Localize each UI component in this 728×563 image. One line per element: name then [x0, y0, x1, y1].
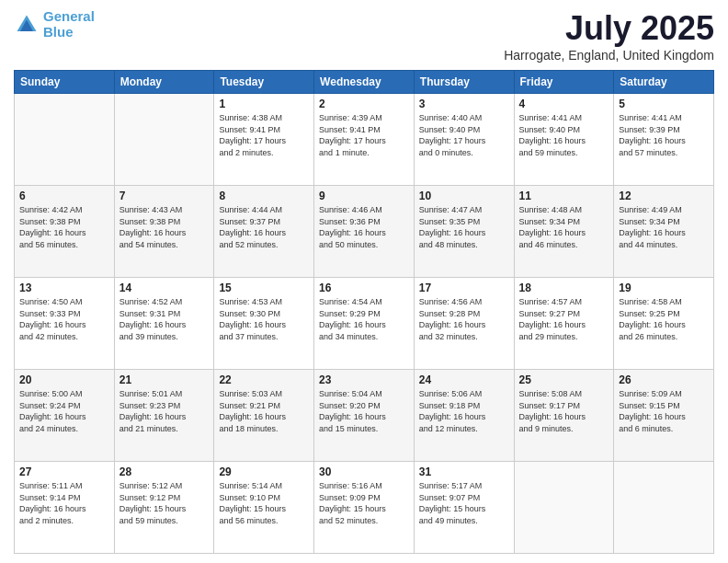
day-number: 4 — [519, 98, 609, 110]
page: General Blue July 2025 Harrogate, Englan… — [0, 0, 728, 563]
day-info: Sunrise: 4:56 AM Sunset: 9:28 PM Dayligh… — [419, 296, 509, 342]
col-header-sunday: Sunday — [15, 71, 115, 94]
day-number: 26 — [619, 373, 709, 386]
day-cell: 30Sunrise: 5:16 AM Sunset: 9:09 PM Dayli… — [314, 462, 415, 554]
day-number: 20 — [19, 373, 109, 386]
day-info: Sunrise: 4:52 AM Sunset: 9:31 PM Dayligh… — [119, 296, 210, 342]
title-block: July 2025 Harrogate, England, United Kin… — [504, 9, 714, 63]
main-title: July 2025 — [504, 9, 714, 48]
day-cell: 27Sunrise: 5:11 AM Sunset: 9:14 PM Dayli… — [15, 462, 115, 554]
day-number: 9 — [319, 190, 409, 202]
day-number: 5 — [619, 98, 709, 110]
day-number: 25 — [519, 373, 609, 386]
day-info: Sunrise: 4:46 AM Sunset: 9:36 PM Dayligh… — [319, 204, 409, 250]
day-info: Sunrise: 5:08 AM Sunset: 9:17 PM Dayligh… — [519, 388, 609, 434]
logo: General Blue — [14, 9, 95, 40]
day-info: Sunrise: 4:42 AM Sunset: 9:38 PM Dayligh… — [19, 204, 109, 250]
day-cell: 26Sunrise: 5:09 AM Sunset: 9:15 PM Dayli… — [614, 370, 714, 462]
col-header-monday: Monday — [114, 71, 214, 94]
day-number: 8 — [219, 190, 309, 202]
day-number: 12 — [619, 190, 709, 202]
day-number: 13 — [19, 282, 109, 294]
day-cell: 21Sunrise: 5:01 AM Sunset: 9:23 PM Dayli… — [114, 370, 214, 462]
day-number: 1 — [219, 98, 309, 110]
day-number: 11 — [519, 190, 609, 202]
day-cell: 14Sunrise: 4:52 AM Sunset: 9:31 PM Dayli… — [114, 278, 214, 370]
day-info: Sunrise: 5:16 AM Sunset: 9:09 PM Dayligh… — [319, 480, 409, 526]
day-info: Sunrise: 5:17 AM Sunset: 9:07 PM Dayligh… — [419, 480, 509, 526]
subtitle: Harrogate, England, United Kingdom — [504, 48, 714, 63]
day-number: 14 — [119, 282, 210, 294]
day-cell: 18Sunrise: 4:57 AM Sunset: 9:27 PM Dayli… — [514, 278, 614, 370]
day-cell: 16Sunrise: 4:54 AM Sunset: 9:29 PM Dayli… — [314, 278, 415, 370]
day-number: 17 — [419, 282, 509, 294]
day-number: 7 — [119, 190, 210, 202]
day-cell: 22Sunrise: 5:03 AM Sunset: 9:21 PM Dayli… — [214, 370, 314, 462]
day-info: Sunrise: 4:50 AM Sunset: 9:33 PM Dayligh… — [19, 296, 109, 342]
week-row-2: 6Sunrise: 4:42 AM Sunset: 9:38 PM Daylig… — [15, 186, 714, 278]
logo-text: General Blue — [43, 9, 95, 40]
day-info: Sunrise: 5:06 AM Sunset: 9:18 PM Dayligh… — [419, 388, 509, 434]
day-number: 31 — [419, 465, 509, 478]
day-number: 23 — [319, 373, 409, 386]
day-info: Sunrise: 4:48 AM Sunset: 9:34 PM Dayligh… — [519, 204, 609, 250]
day-number: 15 — [219, 282, 309, 294]
day-number: 21 — [119, 373, 210, 386]
day-info: Sunrise: 4:38 AM Sunset: 9:41 PM Dayligh… — [219, 112, 309, 158]
day-cell: 1Sunrise: 4:38 AM Sunset: 9:41 PM Daylig… — [214, 94, 314, 186]
day-cell: 2Sunrise: 4:39 AM Sunset: 9:41 PM Daylig… — [314, 94, 415, 186]
day-number: 30 — [319, 465, 409, 478]
week-row-4: 20Sunrise: 5:00 AM Sunset: 9:24 PM Dayli… — [15, 370, 714, 462]
day-cell: 24Sunrise: 5:06 AM Sunset: 9:18 PM Dayli… — [414, 370, 514, 462]
day-info: Sunrise: 4:57 AM Sunset: 9:27 PM Dayligh… — [519, 296, 609, 342]
day-number: 19 — [619, 282, 709, 294]
header: General Blue July 2025 Harrogate, Englan… — [14, 9, 714, 63]
col-header-saturday: Saturday — [614, 71, 714, 94]
day-info: Sunrise: 4:43 AM Sunset: 9:38 PM Dayligh… — [119, 204, 210, 250]
day-cell — [514, 462, 614, 554]
day-cell: 7Sunrise: 4:43 AM Sunset: 9:38 PM Daylig… — [114, 186, 214, 278]
day-info: Sunrise: 4:53 AM Sunset: 9:30 PM Dayligh… — [219, 296, 309, 342]
day-info: Sunrise: 4:58 AM Sunset: 9:25 PM Dayligh… — [619, 296, 709, 342]
day-cell: 28Sunrise: 5:12 AM Sunset: 9:12 PM Dayli… — [114, 462, 214, 554]
day-number: 6 — [19, 190, 109, 202]
day-number: 10 — [419, 190, 509, 202]
day-cell: 5Sunrise: 4:41 AM Sunset: 9:39 PM Daylig… — [614, 94, 714, 186]
day-info: Sunrise: 5:11 AM Sunset: 9:14 PM Dayligh… — [19, 480, 109, 526]
day-info: Sunrise: 4:39 AM Sunset: 9:41 PM Dayligh… — [319, 112, 409, 158]
day-cell — [15, 94, 115, 186]
day-number: 18 — [519, 282, 609, 294]
day-number: 29 — [219, 465, 309, 478]
day-cell: 12Sunrise: 4:49 AM Sunset: 9:34 PM Dayli… — [614, 186, 714, 278]
day-cell: 9Sunrise: 4:46 AM Sunset: 9:36 PM Daylig… — [314, 186, 415, 278]
day-cell: 25Sunrise: 5:08 AM Sunset: 9:17 PM Dayli… — [514, 370, 614, 462]
day-number: 3 — [419, 98, 509, 110]
week-row-5: 27Sunrise: 5:11 AM Sunset: 9:14 PM Dayli… — [15, 462, 714, 554]
day-cell: 6Sunrise: 4:42 AM Sunset: 9:38 PM Daylig… — [15, 186, 115, 278]
day-info: Sunrise: 4:54 AM Sunset: 9:29 PM Dayligh… — [319, 296, 409, 342]
day-cell: 29Sunrise: 5:14 AM Sunset: 9:10 PM Dayli… — [214, 462, 314, 554]
day-info: Sunrise: 5:12 AM Sunset: 9:12 PM Dayligh… — [119, 480, 210, 526]
day-info: Sunrise: 4:47 AM Sunset: 9:35 PM Dayligh… — [419, 204, 509, 250]
day-cell: 11Sunrise: 4:48 AM Sunset: 9:34 PM Dayli… — [514, 186, 614, 278]
day-cell: 23Sunrise: 5:04 AM Sunset: 9:20 PM Dayli… — [314, 370, 415, 462]
day-info: Sunrise: 4:49 AM Sunset: 9:34 PM Dayligh… — [619, 204, 709, 250]
day-info: Sunrise: 5:04 AM Sunset: 9:20 PM Dayligh… — [319, 388, 409, 434]
day-number: 22 — [219, 373, 309, 386]
day-cell: 31Sunrise: 5:17 AM Sunset: 9:07 PM Dayli… — [414, 462, 514, 554]
day-number: 16 — [319, 282, 409, 294]
day-info: Sunrise: 5:00 AM Sunset: 9:24 PM Dayligh… — [19, 388, 109, 434]
day-cell — [114, 94, 214, 186]
day-cell: 15Sunrise: 4:53 AM Sunset: 9:30 PM Dayli… — [214, 278, 314, 370]
day-cell: 19Sunrise: 4:58 AM Sunset: 9:25 PM Dayli… — [614, 278, 714, 370]
week-row-3: 13Sunrise: 4:50 AM Sunset: 9:33 PM Dayli… — [15, 278, 714, 370]
day-number: 2 — [319, 98, 409, 110]
day-number: 27 — [19, 465, 109, 478]
day-info: Sunrise: 5:01 AM Sunset: 9:23 PM Dayligh… — [119, 388, 210, 434]
day-info: Sunrise: 5:09 AM Sunset: 9:15 PM Dayligh… — [619, 388, 709, 434]
day-cell: 17Sunrise: 4:56 AM Sunset: 9:28 PM Dayli… — [414, 278, 514, 370]
day-cell: 8Sunrise: 4:44 AM Sunset: 9:37 PM Daylig… — [214, 186, 314, 278]
day-info: Sunrise: 5:03 AM Sunset: 9:21 PM Dayligh… — [219, 388, 309, 434]
day-cell: 10Sunrise: 4:47 AM Sunset: 9:35 PM Dayli… — [414, 186, 514, 278]
col-header-thursday: Thursday — [414, 71, 514, 94]
